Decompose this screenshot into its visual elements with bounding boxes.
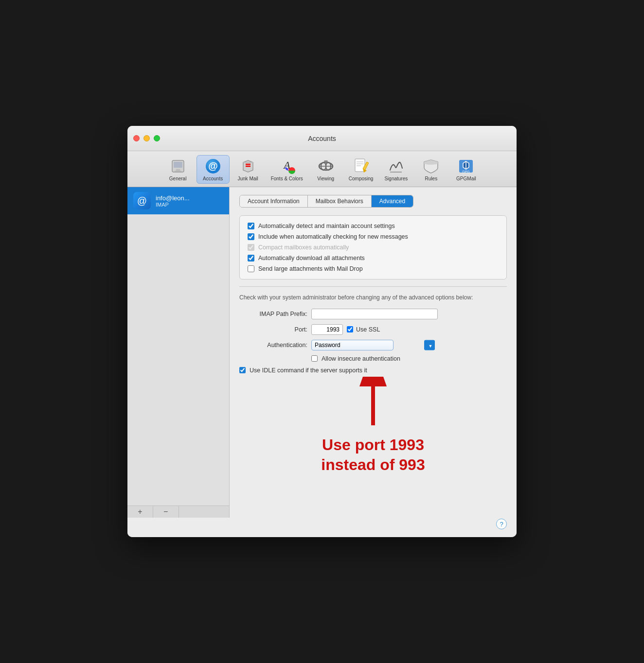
tab-advanced[interactable]: Advanced (372, 195, 413, 207)
general-icon (169, 157, 187, 175)
toolbar-item-accounts[interactable]: @ Accounts (197, 155, 230, 184)
checkbox-compact-mailboxes: Compact mailboxes automatically (248, 244, 499, 251)
signatures-icon (387, 157, 405, 175)
toolbar-label-junkmail: Junk Mail (238, 176, 258, 181)
annotation-line2: instead of 993 (321, 455, 425, 475)
account-name: info@leon... (156, 194, 190, 202)
mail-drop-checkbox[interactable] (248, 265, 254, 272)
admin-notice: Check with your system administrator bef… (239, 294, 507, 302)
accounts-list: @ info@leon... IMAP (127, 187, 229, 506)
include-checking-label: Include when automatically checking for … (258, 233, 408, 240)
svg-rect-3 (175, 171, 181, 172)
settings-section: Automatically detect and maintain accoun… (239, 215, 507, 279)
svg-rect-2 (176, 169, 180, 171)
use-ssl-checkbox[interactable] (347, 326, 353, 332)
toolbar-item-gpgmail[interactable]: GPG GPGMail (449, 155, 483, 184)
toolbar-item-viewing[interactable]: Viewing (309, 155, 342, 184)
checkbox-auto-detect: Automatically detect and maintain accoun… (248, 223, 499, 229)
annotation-text: Use port 1993 instead of 993 (321, 435, 425, 475)
insecure-row: Allow insecure authentication (311, 355, 507, 362)
toolbar-label-general: General (169, 176, 187, 181)
imap-prefix-row: IMAP Path Prefix: (239, 309, 507, 319)
imap-prefix-label: IMAP Path Prefix: (239, 311, 307, 317)
accounts-icon: @ (204, 157, 222, 175)
auto-detect-checkbox[interactable] (248, 223, 254, 229)
toolbar-label-rules: Rules (425, 176, 438, 181)
ssl-row: Use SSL (347, 326, 380, 333)
auto-download-checkbox[interactable] (248, 255, 254, 262)
account-item[interactable]: @ info@leon... IMAP (127, 187, 229, 214)
traffic-lights (133, 135, 160, 141)
svg-rect-15 (324, 160, 328, 162)
sidebar-buttons: + − (127, 506, 229, 518)
imap-prefix-input[interactable] (311, 309, 438, 319)
annotation-line1: Use port 1993 (321, 435, 425, 455)
auth-label: Authentication: (239, 342, 307, 349)
sidebar: @ info@leon... IMAP + − (127, 187, 230, 518)
remove-account-button[interactable]: − (153, 506, 179, 518)
toolbar-item-rules[interactable]: Rules (414, 155, 447, 184)
use-idle-label: Use IDLE command if the server supports … (250, 367, 367, 374)
fontscolors-icon: A (278, 157, 296, 175)
compact-mailboxes-label: Compact mailboxes automatically (258, 244, 349, 251)
tab-mailbox-behaviors[interactable]: Mailbox Behaviors (308, 195, 372, 207)
toolbar-label-fontscolors: Fonts & Colors (271, 176, 303, 181)
toolbar-item-fontscolors[interactable]: A Fonts & Colors (267, 155, 307, 184)
port-row: Port: Use SSL (239, 324, 507, 335)
help-button[interactable]: ? (496, 519, 507, 529)
composing-icon (352, 157, 370, 175)
toolbar: General @ Accounts (127, 151, 517, 187)
authentication-row: Authentication: Password MD5 Challenge-R… (239, 340, 507, 350)
main-panel: Account Information Mailbox Behaviors Ad… (230, 187, 517, 518)
rules-icon (422, 157, 440, 175)
mail-drop-label: Send large attachments with Mail Drop (258, 265, 363, 272)
tab-account-information[interactable]: Account Information (240, 195, 308, 207)
port-input[interactable] (311, 324, 343, 335)
insecure-auth-checkbox[interactable] (311, 355, 318, 362)
minimize-button[interactable] (143, 135, 150, 141)
use-idle-checkbox[interactable] (239, 367, 246, 373)
toolbar-item-junkmail[interactable]: Junk Mail (232, 155, 265, 184)
annotation-overlay: Use port 1993 instead of 993 (239, 377, 507, 475)
auth-select-wrapper: Password MD5 Challenge-Response NTLM Ker… (311, 340, 438, 350)
section-divider (239, 286, 507, 287)
svg-rect-1 (174, 162, 182, 168)
junkmail-icon (239, 157, 257, 175)
add-account-button[interactable]: + (127, 506, 153, 518)
toolbar-label-viewing: Viewing (317, 176, 334, 181)
toolbar-item-signatures[interactable]: Signatures (379, 155, 412, 184)
toolbar-label-accounts: Accounts (203, 176, 223, 181)
insecure-auth-label: Allow insecure authentication (322, 355, 400, 362)
idle-row: Use IDLE command if the server supports … (239, 367, 507, 374)
toolbar-label-gpgmail: GPGMail (456, 176, 476, 181)
gpgmail-icon: GPG (457, 157, 475, 175)
account-icon: @ (133, 192, 151, 209)
checkbox-mail-drop: Send large attachments with Mail Drop (248, 265, 499, 272)
toolbar-item-composing[interactable]: Composing (344, 155, 378, 184)
tab-bar: Account Information Mailbox Behaviors Ad… (239, 195, 413, 208)
checkbox-auto-download: Automatically download all attachments (248, 255, 499, 262)
auth-select[interactable]: Password MD5 Challenge-Response NTLM Ker… (311, 340, 394, 350)
toolbar-label-composing: Composing (349, 176, 374, 181)
toolbar-item-general[interactable]: General (161, 155, 195, 184)
include-checking-checkbox[interactable] (248, 233, 254, 240)
account-info: info@leon... IMAP (156, 194, 190, 208)
port-label: Port: (239, 326, 307, 333)
auto-download-label: Automatically download all attachments (258, 255, 365, 262)
checkbox-include-checking: Include when automatically checking for … (248, 233, 499, 240)
toolbar-label-signatures: Signatures (384, 176, 408, 181)
account-type: IMAP (156, 202, 190, 208)
window-title: Accounts (308, 135, 336, 142)
svg-text:GPG: GPG (463, 170, 470, 174)
annotation-arrow (344, 377, 402, 435)
close-button[interactable] (133, 135, 140, 141)
compact-mailboxes-checkbox (248, 244, 254, 251)
titlebar: Accounts (127, 126, 517, 151)
bottom-area: ? (127, 518, 517, 537)
svg-text:@: @ (208, 160, 218, 171)
use-ssl-label: Use SSL (356, 326, 380, 333)
maximize-button[interactable] (154, 135, 160, 141)
viewing-icon (317, 157, 335, 175)
content-area: @ info@leon... IMAP + − Account Informat… (127, 187, 517, 518)
auto-detect-label: Automatically detect and maintain accoun… (258, 223, 395, 229)
